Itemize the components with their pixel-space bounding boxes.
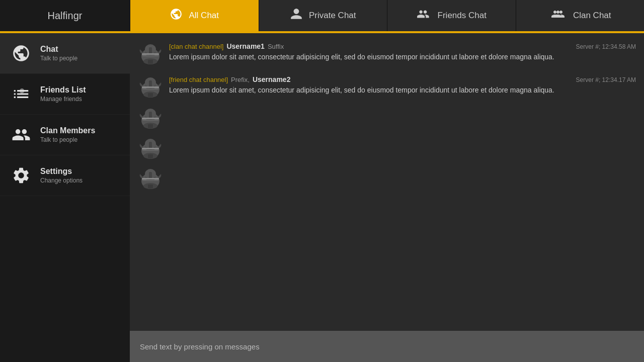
message-2-content: [friend chat channel] Prefix, Username2 … xyxy=(169,75,636,96)
tab-all-chat[interactable]: All Chat xyxy=(130,0,259,31)
tab-clan-chat-label: Clan Chat xyxy=(573,11,611,21)
message-2-header: [friend chat channel] Prefix, Username2 … xyxy=(169,75,636,83)
svg-rect-13 xyxy=(142,86,159,88)
all-chat-icon xyxy=(170,8,183,24)
table-row: [friend chat channel] Prefix, Username2 … xyxy=(130,71,644,105)
friends-list-sublabel: Manage friends xyxy=(40,96,86,103)
clan-chat-icon xyxy=(549,8,567,24)
suffix-1: Suffix xyxy=(268,43,284,50)
svg-rect-7 xyxy=(148,60,153,64)
channel-tag-1: [clan chat channel] xyxy=(169,43,223,50)
chat-input-bar[interactable]: Send text by pressing on messages xyxy=(130,331,644,362)
sidebar-item-chat[interactable]: Chat Talk to people xyxy=(0,33,130,74)
message-2-header-left: [friend chat channel] Prefix, Username2 xyxy=(169,75,290,83)
message-1-text: Lorem ipsum dolor sit amet, consectetur … xyxy=(169,52,636,62)
svg-rect-37 xyxy=(142,178,159,179)
clan-members-sublabel: Talk to people xyxy=(40,136,95,143)
avatar xyxy=(138,167,163,192)
message-1-content: [clan chat channel] Username1 Suffix Ser… xyxy=(169,42,636,62)
settings-label: Settings xyxy=(40,167,83,176)
message-2-text: Lorem ipsum dolor sit amet, consectetur … xyxy=(169,85,636,96)
tab-friends-chat[interactable]: Friends Chat xyxy=(387,0,516,31)
messages-list: [clan chat channel] Username1 Suffix Ser… xyxy=(130,33,644,331)
prefix-2: Prefix, xyxy=(231,76,250,83)
chat-sublabel: Talk to people xyxy=(40,55,77,62)
sidebar-item-friends-list[interactable]: Friends List Manage friends xyxy=(0,74,130,115)
timestamp-2: Server #; 12:34.17 AM xyxy=(576,76,636,83)
settings-text: Settings Change options xyxy=(40,167,83,184)
svg-rect-23 xyxy=(148,124,153,128)
svg-rect-5 xyxy=(142,53,159,55)
avatar xyxy=(138,42,163,67)
friends-list-text: Friends List Manage friends xyxy=(40,85,86,103)
table-row xyxy=(130,105,644,135)
sidebar-item-settings[interactable]: Settings Change options xyxy=(0,155,130,196)
settings-sublabel: Change options xyxy=(40,177,83,184)
tab-friends-chat-label: Friends Chat xyxy=(438,11,487,21)
avatar xyxy=(138,137,163,162)
table-row xyxy=(130,135,644,165)
timestamp-1: Server #; 12:34.58 AM xyxy=(576,43,636,50)
tab-clan-chat[interactable]: Clan Chat xyxy=(516,0,645,31)
table-row xyxy=(130,165,644,195)
logo-text: Halfingr xyxy=(48,10,83,22)
input-placeholder: Send text by pressing on messages xyxy=(140,342,260,351)
friends-chat-icon xyxy=(417,8,432,24)
clan-members-text: Clan Members Talk to people xyxy=(40,126,95,143)
chat-text: Chat Talk to people xyxy=(40,45,77,62)
message-1-header: [clan chat channel] Username1 Suffix Ser… xyxy=(169,42,636,50)
private-chat-icon xyxy=(290,8,303,24)
chat-area: [clan chat channel] Username1 Suffix Ser… xyxy=(130,33,644,362)
username-1: Username1 xyxy=(226,42,265,50)
svg-rect-29 xyxy=(142,148,159,149)
svg-rect-15 xyxy=(148,93,153,97)
chat-label: Chat xyxy=(40,45,77,54)
friends-list-label: Friends List xyxy=(40,85,86,95)
sidebar-item-clan-members[interactable]: Clan Members Talk to people xyxy=(0,115,130,155)
svg-rect-31 xyxy=(148,154,153,158)
top-nav: Halfingr All Chat Private Chat Friends C… xyxy=(0,0,644,31)
message-1-header-left: [clan chat channel] Username1 Suffix xyxy=(169,42,284,50)
channel-tag-2: [friend chat channel] xyxy=(169,76,228,83)
avatar xyxy=(138,107,163,132)
logo: Halfingr xyxy=(0,0,130,31)
settings-icon xyxy=(10,164,32,187)
tab-all-chat-label: All Chat xyxy=(189,11,219,21)
svg-rect-21 xyxy=(142,118,159,119)
friends-list-icon xyxy=(10,83,32,105)
chat-icon xyxy=(10,42,32,64)
table-row: [clan chat channel] Username1 Suffix Ser… xyxy=(130,38,644,71)
tab-private-chat[interactable]: Private Chat xyxy=(259,0,387,31)
svg-rect-39 xyxy=(148,185,153,189)
main-layout: Chat Talk to people Friends List Manage … xyxy=(0,33,644,362)
sidebar: Chat Talk to people Friends List Manage … xyxy=(0,33,130,362)
clan-members-label: Clan Members xyxy=(40,126,95,135)
avatar xyxy=(138,75,163,101)
username-2: Username2 xyxy=(253,75,291,83)
clan-members-icon xyxy=(10,124,32,146)
tab-private-chat-label: Private Chat xyxy=(309,11,356,21)
